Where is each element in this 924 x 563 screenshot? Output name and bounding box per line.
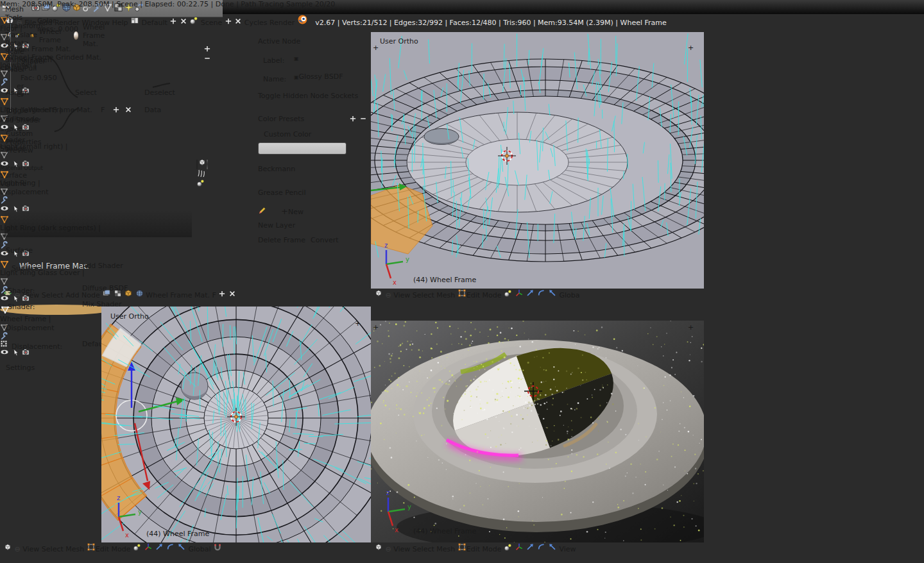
toolshelf-expand-icon[interactable]: + [373,323,379,332]
new-material-button[interactable] [218,291,226,299]
transform-orientation-selector[interactable]: View [560,545,576,553]
preview-type-buttons [196,158,208,189]
pivot-point-selector[interactable] [504,545,512,553]
viewport-bottom-left[interactable]: zyx User Ortho (44) Wheel Frame + [101,307,371,542]
unlink-material-button[interactable] [228,291,236,299]
new-material-button[interactable] [112,106,124,119]
fake-user-button[interactable]: F [101,106,112,119]
menu-mesh[interactable]: Mesh [65,545,84,553]
tool-button[interactable]: Shrink/Fatten [0,56,52,64]
tool-button[interactable]: Rotate [0,39,52,47]
manipulator-toggle-button[interactable] [144,545,153,553]
viewport-bl-footer: ⊖ View Select Mesh Edit Mode Global [0,542,374,563]
manipulator-translate-button[interactable] [526,291,535,299]
svg-text:z: z [386,489,389,496]
collapse-menus-icon[interactable]: ⊖ [386,291,391,299]
transform-label: Transform: [8,22,45,30]
preview-hair-button[interactable] [196,171,205,179]
mode-selector[interactable]: Edit Mode [458,545,502,553]
manipulator-rotate-button[interactable] [166,545,175,553]
distribution-dropdown[interactable]: Beckmann [258,165,362,173]
svg-text:y: y [138,508,142,516]
remove-preset-button[interactable] [359,116,367,124]
name-field-label: Name: [263,75,286,83]
add-preset-button[interactable] [349,116,357,124]
modifier-wrench-icon [0,332,113,340]
grease-pencil-new-button[interactable]: +New [281,206,362,216]
menu-view[interactable]: View [22,545,39,553]
grease-pencil-source-dropdown[interactable] [258,206,280,217]
transform-buttons: TranslateRotateScaleShrink/FattenPush/Pu… [0,31,52,72]
color-presets-dropdown[interactable]: Color Presets [258,115,346,123]
render-engine-selector[interactable]: Cycles Render [244,19,295,27]
menu-select[interactable]: Select [413,291,434,299]
node-label-input[interactable]: ▣ [294,54,362,62]
menu-mesh[interactable]: Mesh [436,545,455,553]
manipulator-scale-button[interactable] [548,545,557,553]
restrict-view-toggle[interactable] [0,350,9,358]
convert-button[interactable]: Convert [311,236,362,244]
manipulator-toggle-button[interactable] [515,291,524,299]
restrict-select-toggle[interactable] [12,350,19,358]
toolshelf-expand-icon[interactable]: + [373,44,379,52]
material-link-selector[interactable]: Data [144,106,214,119]
manipulator-scale-button[interactable] [548,291,557,299]
manipulator-scale-button[interactable] [177,545,186,553]
manipulator-translate-button[interactable] [155,545,164,553]
editor-type-3dview-button[interactable] [374,291,383,299]
new-layer-button[interactable]: New Layer [258,221,362,230]
properties-expand-icon[interactable]: + [688,323,694,332]
viewport-render[interactable]: zyx (44) Wheel Frame + + [371,321,704,542]
transform-orientation-selector[interactable]: Globa [560,291,580,299]
preview-cube-button[interactable] [198,160,207,169]
svg-text:x: x [395,526,398,534]
tool-button[interactable]: Translate [0,31,52,39]
properties-expand-icon[interactable]: + [688,44,694,52]
editor-type-3dview-button[interactable] [374,545,383,553]
outliner-scrollbar[interactable] [0,358,4,441]
active-node-panel: Active Node Label: ▣ Name: ▣Glossy BSDF … [252,32,371,289]
deselect-button[interactable]: Deselect [144,88,214,102]
mode-selector[interactable]: Edit Mode [458,291,502,299]
surface-shader-dropdown[interactable]: Add Shader [82,262,215,275]
manipulator-translate-button[interactable] [526,545,535,553]
section-title: Displacement [6,324,55,332]
preview-particles-button[interactable] [196,181,205,189]
collapse-menus-icon[interactable]: ⊖ [15,545,21,553]
menu-select[interactable]: Select [413,545,434,553]
manipulator-rotate-button[interactable] [537,291,546,299]
label-field-label: Label: [263,56,284,65]
menu-mesh[interactable]: Mesh [436,291,455,299]
toggle-hidden-sockets-button[interactable]: Toggle Hidden Node Sockets [258,92,362,100]
properties-expand-icon[interactable]: + [355,319,361,328]
restrict-render-toggle[interactable] [21,350,30,358]
object-name-label: (44) Wheel Frame [413,527,476,535]
preview-monkey-button[interactable] [207,160,208,169]
pivot-point-selector[interactable] [504,291,512,299]
custom-color-swatch[interactable] [258,142,346,155]
shader1-dropdown[interactable]: Diffuse BSDF [82,284,215,298]
tool-button[interactable]: Push/Pull [0,64,52,72]
delete-frame-button[interactable]: Delete Frame [258,236,311,244]
add-material-slot-button[interactable] [203,46,211,55]
section-title: Preview [6,146,33,155]
tool-button[interactable]: Scale [0,47,52,56]
collapse-menus-icon[interactable]: ⊖ [386,545,391,553]
manipulator-toggle-button[interactable] [515,545,524,553]
menu-view[interactable]: View [393,291,410,299]
node-name-input[interactable]: ▣Glossy BSDF [294,72,362,81]
pivot-point-selector[interactable] [133,545,141,553]
editor-type-3dview-button[interactable] [3,545,12,553]
transform-orientation-selector[interactable]: Global [189,545,211,553]
assign-button[interactable]: Assign [6,88,75,102]
select-button[interactable]: Select [75,88,144,102]
blender-logo [297,14,308,25]
snap-magnet-button[interactable] [213,545,222,553]
menu-view[interactable]: View [393,545,410,553]
remove-material-slot-button[interactable] [203,56,211,64]
menu-select[interactable]: Select [42,545,64,553]
unlink-material-button[interactable] [124,106,137,119]
mode-selector[interactable]: Edit Mode [87,545,131,553]
viewport-top[interactable]: zyx User Ortho (44) Wheel Frame + + [371,32,704,289]
manipulator-rotate-button[interactable] [537,545,546,553]
